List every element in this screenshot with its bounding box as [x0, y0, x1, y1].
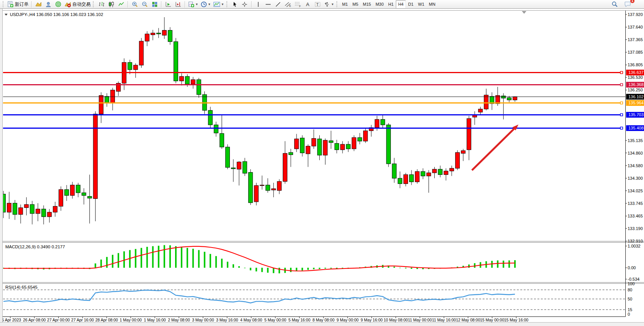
candle-body	[128, 62, 132, 70]
line-chart-icon	[118, 1, 124, 8]
price-tag-136.637: 136.637	[626, 70, 644, 75]
candle-body	[323, 140, 327, 155]
candle-body	[444, 171, 448, 175]
macd-histogram-bar	[503, 260, 504, 268]
line-handle[interactable]	[620, 113, 623, 116]
toolbar-separator	[185, 1, 185, 8]
vline-tool-button[interactable]	[253, 0, 263, 8]
macd-histogram-bar	[181, 247, 182, 268]
notification-badge: 1	[630, 0, 634, 3]
price-tick-label: 134.860	[628, 151, 643, 155]
candle-body	[110, 90, 115, 102]
trendline-icon	[275, 1, 281, 8]
candle-body	[243, 161, 247, 173]
macd-tick-label: -0.534	[628, 277, 639, 281]
market-watch-button[interactable]	[33, 0, 43, 8]
chart-window[interactable]: USDJPY-,H4 136.050 136.106 136.023 136.1…	[0, 9, 644, 322]
svg-text:135.408: 135.408	[628, 126, 644, 130]
candle-body	[151, 33, 155, 35]
timeframe-button-mn[interactable]: MN	[427, 0, 438, 8]
candle-body	[105, 96, 109, 103]
timeframe-button-d1[interactable]: D1	[406, 0, 416, 8]
candle-body	[438, 169, 442, 174]
text-icon: A	[305, 1, 311, 8]
periods-button[interactable]: ▼	[199, 0, 212, 8]
rsi-tick-label: 15	[628, 307, 632, 312]
time-tick-label: 26 Apr 08:00	[23, 318, 46, 322]
candle-body	[19, 208, 23, 214]
arrows-tool-button[interactable]: ▼	[323, 0, 335, 8]
time-tick-label: 9 May 00:00	[336, 318, 359, 322]
rsi-tick-label: 80	[628, 288, 632, 292]
candle-body	[88, 197, 92, 198]
chart-shift-button[interactable]	[173, 0, 183, 8]
timeframe-button-m1[interactable]: M1	[340, 0, 350, 8]
templates-button[interactable]: ▼	[212, 0, 225, 8]
price-chart[interactable]: USDJPY-,H4 136.050 136.106 136.023 136.1…	[0, 9, 644, 322]
price-tick-label: 137.365	[628, 37, 643, 42]
candle-body	[249, 173, 253, 203]
templates-icon	[213, 1, 220, 8]
candle-body	[427, 173, 431, 176]
text-label-tool-button[interactable]: T	[313, 0, 323, 8]
strategy-tester-button[interactable]	[53, 0, 63, 8]
candle-body	[289, 152, 293, 155]
new-order-button[interactable]: 新订单	[6, 0, 30, 8]
cursor-tool-button[interactable]	[230, 0, 240, 8]
line-handle[interactable]	[620, 83, 623, 86]
macd-histogram-bar	[158, 246, 159, 268]
price-tick-label: 137.640	[628, 25, 643, 29]
notifications-button[interactable]: 1	[623, 0, 633, 8]
macd-histogram-bar	[118, 253, 119, 268]
tile-windows-button[interactable]	[150, 0, 159, 8]
line-handle[interactable]	[620, 127, 623, 129]
time-tick-label: 15 May 16:00	[504, 318, 528, 322]
macd-histogram-bar	[301, 268, 303, 270]
timeframe-button-h1[interactable]: H1	[386, 0, 396, 8]
text-tool-button[interactable]: A	[303, 0, 313, 8]
search-button[interactable]	[610, 0, 620, 8]
macd-histogram-bar	[261, 268, 263, 272]
zoom-out-button[interactable]	[140, 0, 150, 8]
auto-scroll-button[interactable]	[163, 0, 173, 8]
time-tick-label: 2 May 08:00	[168, 318, 190, 322]
data-window-button[interactable]	[43, 0, 53, 8]
time-tick-label: 25 Apr 2023	[0, 318, 21, 322]
timeframe-button-m5[interactable]: M5	[350, 0, 360, 8]
macd-histogram-bar	[204, 252, 206, 268]
candle-body	[156, 33, 161, 34]
fibonacci-tool-button[interactable]: F	[293, 0, 303, 8]
time-tick-label: 5 May 16:00	[289, 318, 311, 322]
timeframe-button-w1[interactable]: W1	[416, 0, 427, 8]
rsi-label: RSI(14) 65.6545	[5, 285, 37, 289]
candle-body	[346, 144, 351, 149]
indicators-button[interactable]: ▼	[187, 0, 199, 8]
line-chart-button[interactable]	[116, 0, 126, 8]
time-tick-label: 11 May 00:00	[408, 318, 432, 322]
candle-body	[70, 185, 75, 195]
channel-tool-button[interactable]: E	[283, 0, 293, 8]
toolbar-separator	[128, 1, 128, 8]
candle-body	[220, 133, 224, 147]
timeframe-button-h4[interactable]: H4	[396, 0, 406, 8]
macd-histogram-bar	[255, 268, 257, 272]
window-bottom-strip	[0, 322, 644, 326]
timeframe-button-m30[interactable]: M30	[373, 0, 386, 8]
bar-chart-button[interactable]	[96, 0, 106, 8]
timeframe-button-m15[interactable]: M15	[360, 0, 373, 8]
crosshair-tool-button[interactable]	[240, 0, 250, 8]
candlestick-chart-button[interactable]	[106, 0, 116, 8]
line-handle[interactable]	[620, 71, 623, 74]
trendline-tool-button[interactable]	[273, 0, 283, 8]
hline-tool-button[interactable]	[263, 0, 273, 8]
candle-body	[467, 118, 471, 150]
zoom-in-button[interactable]	[130, 0, 140, 8]
auto-trading-button[interactable]: 自动交易	[63, 0, 92, 8]
candle-body	[53, 206, 57, 212]
macd-tick-label: 1.0032	[628, 244, 641, 248]
toolbar-separator	[31, 1, 32, 8]
vertical-line-icon	[256, 1, 261, 8]
line-handle[interactable]	[620, 102, 623, 104]
time-axis[interactable]: 25 Apr 202326 Apr 08:0027 Apr 00:0027 Ap…	[0, 317, 528, 323]
macd-histogram-bar	[233, 264, 234, 268]
